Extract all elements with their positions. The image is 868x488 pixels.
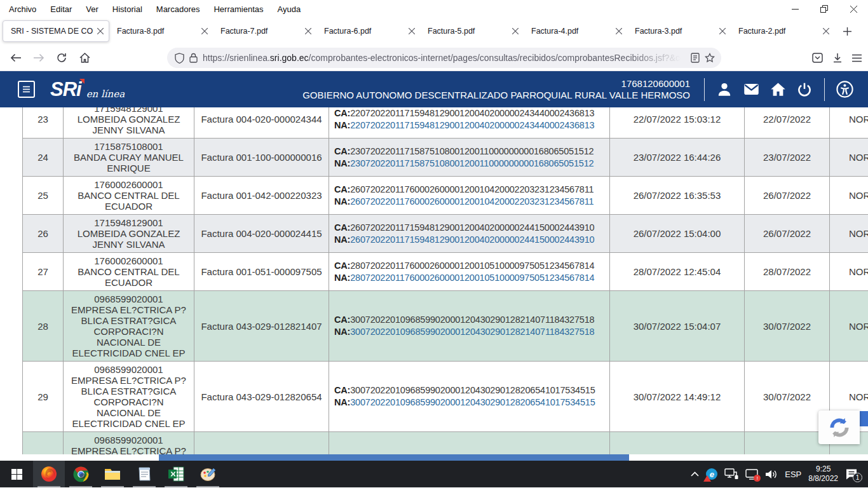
table-row[interactable]: 27 1760002600001 BANCO CENTRAL DEL ECUAD… (22, 253, 868, 291)
user-profile-button[interactable] (711, 78, 738, 101)
table-row[interactable]: 28 0968599020001 EMPRESA EL?CTRICA P?BLI… (22, 291, 868, 362)
restore-button[interactable] (810, 0, 839, 18)
tab-factura-7[interactable]: Factura-7.pdf (213, 20, 316, 42)
home-portal-button[interactable] (764, 78, 791, 101)
tab-close-icon[interactable] (305, 28, 311, 34)
authorization-number-line: NA:3007202201096859902000120430290128206… (334, 396, 595, 409)
tab-close-icon[interactable] (512, 28, 519, 34)
reader-view-icon[interactable] (691, 53, 700, 63)
taskbar-chrome[interactable] (65, 461, 97, 487)
tab-factura-5[interactable]: Factura-5.pdf (420, 20, 524, 42)
authorization-number-link[interactable]: 3007202201096859902000120430290128214071… (350, 327, 594, 337)
taskbar-notepad[interactable] (128, 461, 160, 487)
issue-date-cell: 30/07/2022 (745, 291, 830, 361)
issuer-name: LOMBEIDA GONZALEZ JENNY SILVANA (69, 228, 189, 250)
lock-icon[interactable] (189, 53, 198, 63)
tab-close-icon[interactable] (201, 28, 208, 34)
authorization-number-line: NA:3007202201096859902000120430290128214… (334, 326, 594, 338)
notification-center-button[interactable]: 1 (845, 468, 858, 480)
menu-herramientas[interactable]: Herramientas (214, 4, 263, 14)
tab-close-icon[interactable] (409, 28, 415, 34)
tab-close-icon[interactable] (97, 28, 104, 34)
tray-volume[interactable] (765, 469, 778, 480)
minimize-button[interactable] (780, 0, 810, 18)
authorization-number-link[interactable]: 2207202201171594812900120040200000243440… (350, 120, 594, 130)
forward-button[interactable] (29, 48, 49, 68)
navigation-bar: https://srienlinea.sri.gob.ec/comprobant… (0, 44, 868, 71)
clock[interactable]: 9:25 8/8/2022 (808, 464, 838, 484)
horizontal-scrollbar[interactable] (0, 454, 868, 461)
authorization-number-link[interactable]: 2607202201176000260000120010420002203231… (350, 196, 593, 207)
recaptcha-badge[interactable] (818, 410, 860, 444)
table-row[interactable]: 23 1715948129001 LOMBEIDA GONZALEZ JENNY… (22, 107, 868, 139)
menu-historial[interactable]: Historial (112, 4, 142, 14)
reload-button[interactable] (51, 48, 72, 68)
authorization-number-link[interactable]: 2607202201171594812900120040200000244150… (350, 234, 594, 245)
tab-factura-3[interactable]: Factura-3.pdf (627, 20, 731, 42)
shield-icon[interactable] (175, 53, 184, 64)
authorization-number-line: NA:2607202201176000260000120010420002203… (334, 196, 593, 208)
taskbar-paint[interactable] (192, 461, 224, 487)
bookmark-star-icon[interactable] (705, 53, 715, 63)
url-subdomain: srienlinea. (229, 53, 270, 63)
tab-close-icon[interactable] (719, 28, 726, 34)
tab-close-icon[interactable] (616, 28, 622, 34)
menu-ayuda[interactable]: Ayuda (277, 4, 301, 14)
pocket-icon (812, 53, 823, 63)
tab-factura-2[interactable]: Factura-2.pdf (731, 20, 834, 42)
mail-icon (743, 81, 760, 98)
table-row[interactable]: 26 1715948129001 LOMBEIDA GONZALEZ JENNY… (22, 215, 868, 253)
sri-logo[interactable]: SRi en línea (50, 78, 125, 101)
tab-factura-4[interactable]: Factura-4.pdf (524, 20, 627, 42)
invoice-table-body: 23 1715948129001 LOMBEIDA GONZALEZ JENNY… (22, 107, 868, 461)
tray-display-settings[interactable]: ! (745, 469, 758, 480)
start-button[interactable] (0, 461, 33, 487)
home-button[interactable] (74, 48, 95, 68)
emission-type-cell: NORMAL (830, 139, 868, 176)
system-tray: e ! ESP 9:25 8/8/2022 1 (691, 464, 868, 484)
sri-menu-button[interactable] (18, 81, 35, 98)
table-row[interactable]: 29 0968599020001 EMPRESA EL?CTRICA P?BLI… (22, 362, 868, 432)
issue-date-cell: 28/07/2022 (745, 253, 830, 290)
taskbar-file-explorer[interactable] (97, 461, 128, 487)
messages-button[interactable] (738, 78, 764, 101)
downloads-button[interactable] (827, 48, 848, 68)
taxpayer-name: GOBIERNO AUTONOMO DESCENTRALIZADO PARROQ… (302, 89, 690, 101)
authorization-number-link[interactable]: 2807202201176000260000120010510000975051… (350, 273, 594, 283)
table-row[interactable]: 24 1715875108001 BANDA CURAY MANUEL ENRI… (22, 139, 868, 177)
authorization-number-link[interactable]: 3007202201096859902000120430290128206541… (350, 397, 595, 407)
app-menu-button[interactable] (846, 48, 867, 68)
language-indicator[interactable]: ESP (785, 470, 801, 479)
accessibility-button[interactable] (831, 78, 858, 101)
tab-factura-6[interactable]: Factura-6.pdf (316, 20, 420, 42)
taskbar-excel[interactable] (160, 461, 192, 487)
table-row[interactable]: 25 1760002600001 BANCO CENTRAL DEL ECUAD… (22, 177, 868, 215)
issuer-name: LOMBEIDA GONZALEZ JENNY SILVANA (69, 114, 189, 135)
authorization-number-link[interactable]: 2307202201171587510800120011000000000168… (350, 158, 593, 168)
emission-type-cell: NORMAL (830, 177, 868, 214)
logout-button[interactable] (791, 78, 818, 101)
back-button[interactable] (6, 48, 26, 68)
tray-expand-button[interactable] (691, 471, 699, 477)
tray-network[interactable] (724, 468, 738, 480)
menu-marcadores[interactable]: Marcadores (156, 4, 200, 14)
pocket-button[interactable] (807, 48, 827, 68)
menu-ver[interactable]: Ver (86, 4, 98, 14)
tab-sri-sistema[interactable]: SRI - SISTEMA DE COMP (3, 20, 109, 42)
tab-factura-8[interactable]: Factura-8.pdf (109, 20, 213, 42)
url-bar[interactable]: https://srienlinea.sri.gob.ec/comprobant… (167, 48, 721, 68)
issuer-cell: 1715948129001 LOMBEIDA GONZALEZ JENNY SI… (64, 107, 194, 138)
scrollbar-thumb[interactable] (159, 454, 629, 461)
menu-editar[interactable]: Editar (50, 4, 72, 14)
tray-antivirus[interactable]: e (706, 468, 717, 480)
received-invoices-table: 23 1715948129001 LOMBEIDA GONZALEZ JENNY… (22, 107, 868, 461)
new-tab-button[interactable] (843, 27, 851, 36)
antivirus-icon: e (706, 468, 717, 480)
issue-date-cell: 30/07/2022 (745, 362, 830, 431)
alert-badge: ! (754, 475, 761, 482)
menu-archivo[interactable]: Archivo (9, 4, 36, 14)
close-window-button[interactable] (839, 0, 868, 18)
tab-close-icon[interactable] (823, 28, 829, 34)
sri-app-header: SRi en línea 1768120600001 GOBIERNO AUTO… (0, 71, 868, 107)
taskbar-firefox[interactable] (33, 461, 65, 487)
